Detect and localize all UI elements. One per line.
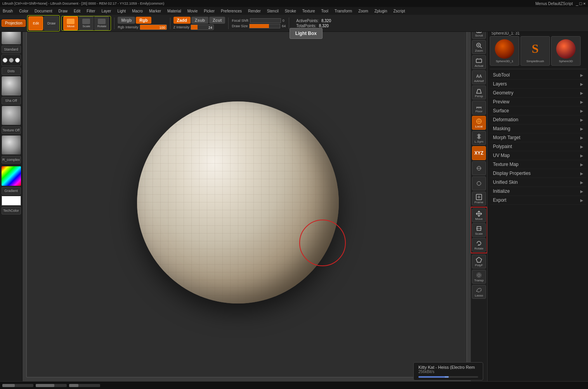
sphere-mesh [137, 101, 339, 304]
panel-separator [490, 69, 586, 69]
texture-map-item[interactable]: Texture Map ▶ [490, 160, 586, 169]
menu-picker[interactable]: Picker [203, 9, 216, 14]
uv-map-item[interactable]: UV Map ▶ [490, 151, 586, 160]
actual-icon-btn[interactable]: Actual [472, 55, 486, 69]
move-icon-btn[interactable]: Move [472, 208, 486, 222]
color-white[interactable] [2, 196, 21, 206]
xyz-icon-btn[interactable]: XYZ [472, 146, 486, 160]
projection-button[interactable]: Projection [2, 19, 26, 27]
status-progress-3 [69, 384, 100, 387]
menu-light[interactable]: Light [116, 9, 127, 14]
menu-zscript[interactable]: Zscript [392, 9, 406, 14]
brush-preview-2[interactable] [2, 76, 21, 96]
sha-off-label[interactable]: Sha Off [2, 97, 21, 105]
polypaint-item[interactable]: Polypaint ▶ [490, 142, 586, 151]
menu-draw[interactable]: Draw [57, 9, 69, 14]
deformation-item[interactable]: Deformation ▶ [490, 115, 586, 124]
menu-document[interactable]: Document [33, 9, 54, 14]
menu-stroke[interactable]: Stroke [284, 9, 297, 14]
subtool-item[interactable]: SubTool ▶ [490, 71, 586, 80]
persp-icon-btn[interactable]: Persp [472, 85, 486, 99]
move-toolbar-button[interactable]: Move [63, 16, 78, 30]
menu-material[interactable]: Material [166, 9, 182, 14]
morph-target-item[interactable]: Morph Target ▶ [490, 133, 586, 142]
menu-brush[interactable]: Brush [2, 9, 14, 14]
stats-area: ActivePoints: 8,320 TotalPoints: 8,320 [296, 19, 331, 28]
menu-marker[interactable]: Marker [148, 9, 162, 14]
brush-preview-3[interactable] [2, 106, 21, 125]
local-icon-btn[interactable]: Local [472, 116, 486, 130]
svg-marker-10 [477, 89, 481, 93]
music-progress-dot [445, 376, 449, 378]
menu-zoom[interactable]: Zoom [357, 9, 369, 14]
menu-layer[interactable]: Layer [100, 9, 112, 14]
frame-icon-btn[interactable]: Frame [472, 192, 486, 206]
initialize-item[interactable]: Initialize ▶ [490, 187, 586, 196]
zcut-button[interactable]: Zcut [209, 17, 225, 24]
separator-2 [170, 17, 170, 29]
draw-button[interactable]: Draw [44, 16, 59, 30]
color-picker[interactable] [2, 166, 21, 186]
export-item[interactable]: Export ▶ [490, 196, 586, 205]
tech-color-label[interactable]: TechColor [2, 207, 21, 215]
texture-off-label[interactable]: Texture Off [2, 126, 21, 134]
mrgb-button[interactable]: Mrgb [118, 17, 135, 24]
draw-size-slider[interactable] [249, 24, 280, 28]
menu-macro[interactable]: Macro [131, 9, 144, 14]
sym2-icon-btn[interactable] [472, 176, 486, 190]
rotate-icon-btn[interactable]: Rotate [472, 238, 486, 252]
material-preview[interactable] [2, 135, 21, 155]
status-progress-1 [2, 384, 33, 387]
rotate-toolbar-button[interactable]: Rotate [94, 16, 109, 30]
menu-edit[interactable]: Edit [73, 9, 82, 14]
menu-transform[interactable]: Transform [333, 9, 353, 14]
menu-texture[interactable]: Texture [301, 9, 316, 14]
gradient-label[interactable]: Gradient [2, 187, 21, 195]
standard-label[interactable]: Standard [2, 45, 21, 53]
zoom-icon-btn[interactable]: Zoom [472, 40, 486, 54]
lsym-icon-btn[interactable]: L.Sym [472, 131, 486, 145]
lasso-icon-btn[interactable]: Lasso [472, 285, 486, 299]
polyf-icon-btn[interactable]: PolyF [472, 255, 486, 269]
edit-button[interactable]: Edit [28, 16, 43, 30]
main-canvas[interactable] [23, 23, 471, 381]
masking-item[interactable]: Masking ▶ [490, 124, 586, 133]
transp-icon-btn[interactable]: Transp [472, 270, 486, 284]
sym1-icon-btn[interactable] [472, 161, 486, 175]
menu-preferences[interactable]: Preferences [220, 9, 243, 14]
rgb-intensity-slider[interactable]: 100 [140, 24, 167, 30]
scale-icon-btn[interactable]: Scale [472, 223, 486, 237]
unified-skin-item[interactable]: Unified Skin ▶ [490, 178, 586, 187]
tool-sphere3d-2[interactable]: Sphere3D [551, 36, 581, 66]
aahalf-icon-btn[interactable]: AA AAHalf [472, 70, 486, 84]
menu-zplugin[interactable]: Zplugin [373, 9, 389, 14]
music-progress-bar[interactable] [418, 376, 478, 378]
rgb-button[interactable]: Rgb [136, 17, 151, 24]
display-properties-item[interactable]: Display Properties ▶ [490, 169, 586, 178]
brush-indicator [299, 220, 346, 266]
surface-item[interactable]: Surface ▶ [490, 106, 586, 115]
zsub-button[interactable]: Zsub [191, 17, 208, 24]
menu-movie[interactable]: Movie [186, 9, 199, 14]
tool-sphere3d[interactable]: Sphere3D_1 [490, 36, 519, 66]
scale-toolbar-button[interactable]: Scale [79, 16, 94, 30]
zadd-button[interactable]: Zadd [173, 17, 191, 24]
preview-item[interactable]: Preview ▶ [490, 98, 586, 106]
tool-simplebrush[interactable]: S SimpleBrush [520, 36, 550, 66]
z-intensity-slider[interactable]: 24 [191, 24, 214, 30]
r-complex-label[interactable]: R_complex [2, 156, 21, 164]
light-box-button[interactable]: Light Box [290, 28, 323, 39]
menu-bar: Brush Color Document Draw Edit Filter La… [0, 7, 588, 15]
focal-shift-slider[interactable] [250, 18, 281, 23]
menu-render[interactable]: Render [247, 9, 262, 14]
dots-label[interactable]: Dots [2, 67, 21, 75]
menu-filter[interactable]: Filter [85, 9, 96, 14]
geometry-item[interactable]: Geometry ▶ [490, 89, 586, 98]
left-panel: Standard Dots Sha Off Texture Off R_comp… [0, 23, 23, 381]
title-right: Menus DefaultZScript _ □ × [536, 1, 586, 6]
layers-item[interactable]: Layers ▶ [490, 80, 586, 89]
floor-icon-btn[interactable]: Floor [472, 101, 486, 115]
menu-tool[interactable]: Tool [320, 9, 330, 14]
menu-color[interactable]: Color [18, 9, 29, 14]
menu-stencil[interactable]: Stencil [266, 9, 280, 14]
